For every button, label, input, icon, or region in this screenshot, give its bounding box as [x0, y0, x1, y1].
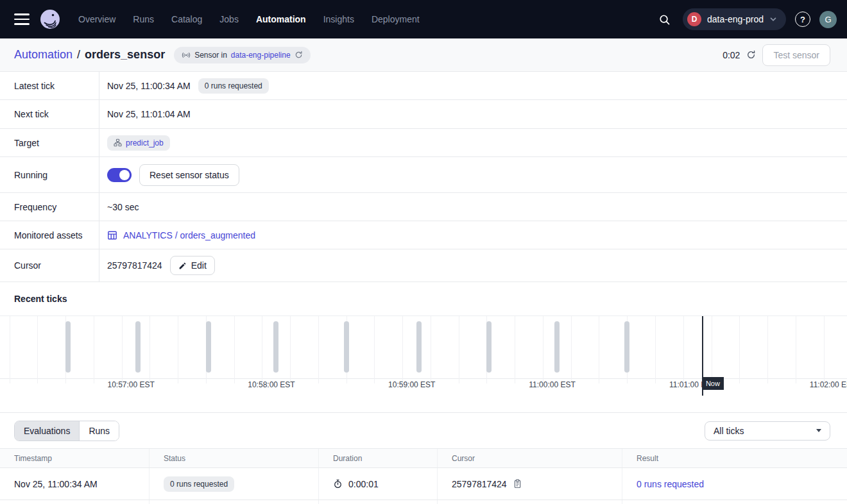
chart-gridline — [824, 316, 825, 383]
chart-gridline — [150, 316, 150, 383]
workspace-name: data-eng-prod — [707, 14, 764, 24]
chart-gridline — [10, 316, 10, 383]
edit-cursor-button[interactable]: Edit — [170, 256, 215, 275]
nav-item-catalog[interactable]: Catalog — [171, 14, 202, 24]
tick-bar[interactable] — [65, 321, 71, 373]
target-job-name: predict_job — [126, 139, 164, 147]
chart-gridline — [683, 316, 684, 383]
latest-tick-row: Latest tick Nov 25, 11:00:34 AM 0 runs r… — [0, 72, 847, 100]
workspace-badge: D — [687, 12, 701, 26]
sensor-signal-icon — [182, 51, 191, 60]
primary-nav: Overview Runs Catalog Jobs Automation In… — [78, 14, 420, 24]
reset-sensor-status-button[interactable]: Reset sensor status — [139, 164, 239, 186]
chart-gridline — [543, 316, 543, 383]
row-duration: 0:00:01 — [348, 479, 379, 489]
tick-bar[interactable] — [416, 321, 422, 373]
recent-ticks-heading: Recent ticks — [14, 294, 67, 304]
table-header: Timestamp Status Duration Cursor Result — [0, 448, 847, 468]
chart-gridline — [318, 316, 319, 383]
target-row: Target predict_job — [0, 129, 847, 157]
tick-bar[interactable] — [344, 321, 349, 373]
monitored-asset-link[interactable]: ANALYTICS / orders_augmented — [107, 230, 255, 240]
dagster-logo[interactable] — [40, 9, 60, 29]
chart-gridline — [94, 316, 94, 383]
copy-cursor-icon[interactable] — [513, 479, 522, 489]
nav-item-deployment[interactable]: Deployment — [372, 14, 420, 24]
tick-bar[interactable] — [135, 321, 141, 373]
chevron-down-icon — [769, 15, 777, 23]
recent-ticks-section: Recent ticks 10:57:00 EST10:58:00 EST10:… — [0, 282, 847, 413]
next-tick-label: Next tick — [0, 100, 99, 128]
badge-refresh-icon — [295, 51, 303, 59]
col-result: Result — [622, 449, 847, 467]
axis-tick-label: 10:58:00 EST — [248, 380, 295, 389]
chart-gridline — [122, 316, 123, 383]
avatar[interactable]: G — [819, 11, 837, 28]
frequency-row: Frequency ~30 sec — [0, 193, 847, 221]
row-result-link[interactable]: 0 runs requested — [637, 479, 704, 489]
chart-gridline — [402, 316, 403, 383]
breadcrumb-automation-link[interactable]: Automation — [14, 48, 73, 62]
chart-gridline — [515, 316, 515, 383]
nav-item-jobs[interactable]: Jobs — [219, 14, 239, 24]
sensor-type-badge: Sensor in data-eng-pipeline — [174, 47, 310, 63]
tick-bar[interactable] — [554, 321, 560, 373]
nav-item-insights[interactable]: Insights — [323, 14, 354, 24]
nav-item-runs[interactable]: Runs — [133, 14, 154, 24]
chart-gridline — [655, 316, 656, 383]
table-row-partial — [0, 500, 847, 504]
nav-item-automation[interactable]: Automation — [256, 14, 306, 24]
tick-filter-select[interactable]: All ticks — [705, 421, 830, 441]
tick-bar[interactable] — [624, 321, 629, 373]
menu-icon[interactable] — [14, 13, 30, 25]
tick-bar[interactable] — [486, 321, 492, 373]
next-tick-value: Nov 25, 11:01:04 AM — [107, 109, 191, 119]
cursor-value: 25797817424 — [107, 260, 162, 271]
next-tick-row: Next tick Nov 25, 11:01:04 AM — [0, 100, 847, 129]
refresh-icon — [746, 50, 756, 60]
page-header: Automation / orders_sensor Sensor in dat… — [0, 38, 847, 72]
table-row: Nov 25, 11:00:34 AM 0 runs requested 0:0… — [0, 468, 847, 500]
asset-table-icon — [107, 230, 117, 240]
tick-bar[interactable] — [273, 321, 278, 373]
test-sensor-button[interactable]: Test sensor — [762, 44, 830, 66]
target-job-chip[interactable]: predict_job — [107, 135, 170, 151]
stopwatch-icon — [333, 479, 343, 489]
row-status-badge: 0 runs requested — [164, 476, 234, 492]
running-label: Running — [0, 157, 99, 192]
view-tabs: Evaluations Runs — [14, 421, 119, 441]
chart-gridline — [431, 316, 431, 383]
axis-tick-label: 10:57:00 EST — [107, 380, 154, 389]
help-icon[interactable]: ? — [795, 12, 810, 27]
page-title: orders_sensor — [85, 48, 165, 62]
chart-gridline — [599, 316, 599, 383]
chart-gridline — [796, 316, 796, 383]
chart-gridline — [290, 316, 291, 383]
tick-bar[interactable] — [206, 321, 211, 373]
axis-tick-label: 11:00:00 EST — [529, 380, 576, 389]
monitored-assets-label: Monitored assets — [0, 221, 99, 249]
tab-runs[interactable]: Runs — [79, 421, 119, 441]
monitored-assets-row: Monitored assets ANALYTICS / orders_augm… — [0, 221, 847, 249]
caret-down-icon — [816, 429, 821, 432]
running-row: Running Reset sensor status — [0, 157, 847, 193]
job-icon — [114, 139, 122, 147]
repo-link[interactable]: data-eng-pipeline — [231, 51, 291, 60]
latest-tick-status-badge: 0 runs requested — [198, 78, 269, 94]
chart-gridline — [571, 316, 572, 383]
axis-tick-label: 11:02:00 EST — [810, 380, 847, 389]
running-toggle[interactable] — [107, 168, 132, 182]
cursor-row: Cursor 25797817424 Edit — [0, 249, 847, 282]
workspace-switcher[interactable]: D data-eng-prod — [683, 8, 786, 30]
nav-item-overview[interactable]: Overview — [78, 14, 116, 24]
cursor-label: Cursor — [0, 249, 99, 281]
tab-evaluations[interactable]: Evaluations — [15, 421, 79, 441]
col-duration: Duration — [319, 449, 438, 467]
pencil-icon — [178, 262, 187, 270]
row-cursor: 25797817424 — [452, 479, 507, 489]
search-icon[interactable] — [654, 10, 674, 29]
latest-tick-label: Latest tick — [0, 72, 99, 99]
col-cursor: Cursor — [438, 449, 622, 467]
col-timestamp: Timestamp — [0, 449, 150, 467]
chart-gridline — [234, 316, 235, 383]
